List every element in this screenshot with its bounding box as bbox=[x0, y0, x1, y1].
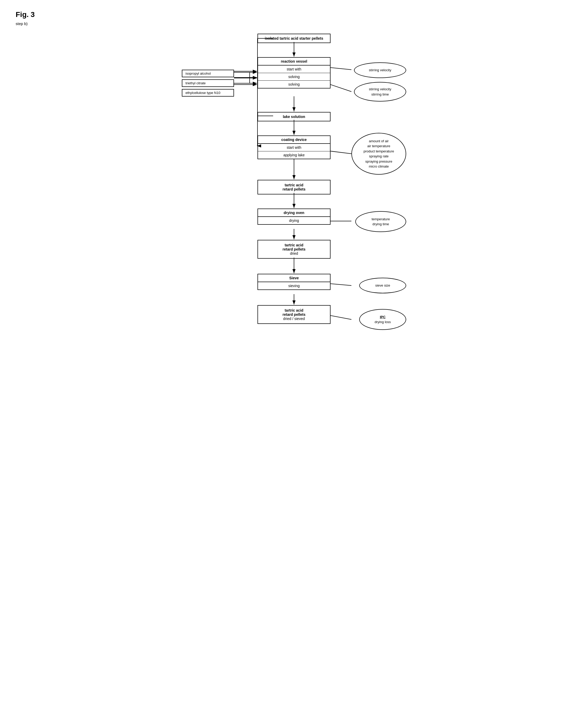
svg-line-35 bbox=[331, 316, 351, 320]
diagram: isolated tartric acid starter pellets re… bbox=[182, 34, 406, 347]
svg-line-32 bbox=[331, 151, 351, 154]
svg-line-28 bbox=[331, 85, 351, 91]
flow-connectors bbox=[182, 34, 406, 347]
figure-title: Fig. 3 bbox=[16, 11, 572, 19]
svg-line-27 bbox=[331, 67, 351, 70]
step-label: step b) bbox=[16, 21, 572, 26]
svg-line-34 bbox=[331, 284, 351, 286]
